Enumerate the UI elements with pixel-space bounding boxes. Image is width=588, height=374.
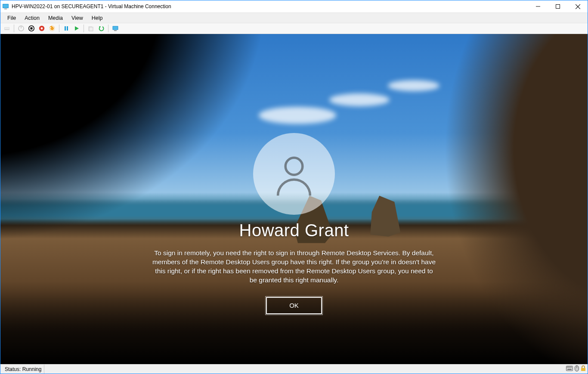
svg-rect-4 <box>556 5 560 9</box>
ctrl-alt-del-icon[interactable] <box>2 24 12 33</box>
login-username: Howard Grant <box>239 221 349 240</box>
statusbar: Status: Running <box>0 364 588 374</box>
login-panel: Howard Grant To sign in remotely, you ne… <box>152 133 436 314</box>
toolbar <box>0 23 588 34</box>
svg-rect-12 <box>31 28 33 30</box>
turn-off-icon[interactable] <box>27 24 36 33</box>
close-button[interactable] <box>568 0 588 12</box>
toolbar-separator <box>84 25 84 32</box>
status-icons <box>566 365 586 373</box>
svg-rect-35 <box>581 368 585 371</box>
reset-icon[interactable] <box>47 24 57 33</box>
svg-rect-17 <box>65 26 66 31</box>
svg-rect-8 <box>5 28 9 29</box>
window-title: HPV-WIN2022-01 on SECUREAGENT1 - Virtual… <box>12 3 171 9</box>
user-avatar <box>253 133 335 215</box>
wallpaper-cloud <box>259 107 336 124</box>
svg-rect-30 <box>569 367 570 368</box>
checkpoint-icon[interactable] <box>86 24 96 33</box>
toolbar-separator <box>108 25 108 32</box>
lock-icon <box>581 365 586 373</box>
status-text: Status: Running <box>2 365 44 374</box>
svg-marker-19 <box>75 26 79 31</box>
svg-rect-28 <box>567 367 568 368</box>
minimize-button[interactable] <box>528 0 548 12</box>
titlebar-left: HPV-WIN2022-01 on SECUREAGENT1 - Virtual… <box>2 3 171 10</box>
revert-icon[interactable] <box>96 24 106 33</box>
toolbar-separator <box>14 25 14 32</box>
svg-point-14 <box>41 28 43 30</box>
svg-rect-32 <box>567 369 572 370</box>
svg-point-26 <box>285 158 303 175</box>
svg-rect-25 <box>114 31 117 31</box>
app-icon <box>2 3 9 10</box>
maximize-button[interactable] <box>548 0 568 12</box>
menu-view[interactable]: View <box>67 14 87 22</box>
window-controls <box>528 0 588 12</box>
toolbar-separator <box>59 25 59 32</box>
svg-rect-1 <box>3 4 8 8</box>
pause-icon[interactable] <box>62 24 71 33</box>
menu-action[interactable]: Action <box>20 14 44 22</box>
app-window: HPV-WIN2022-01 on SECUREAGENT1 - Virtual… <box>0 0 588 374</box>
keyboard-icon <box>566 366 573 372</box>
svg-rect-18 <box>67 26 68 31</box>
titlebar: HPV-WIN2022-01 on SECUREAGENT1 - Virtual… <box>0 0 588 12</box>
wallpaper-cloud <box>329 93 390 106</box>
menu-media[interactable]: Media <box>44 14 67 22</box>
svg-rect-24 <box>113 27 118 30</box>
power-off-icon[interactable] <box>16 24 26 33</box>
svg-rect-31 <box>571 367 572 368</box>
login-error-message: To sign in remotely, you need the right … <box>152 249 436 285</box>
svg-rect-29 <box>568 367 569 368</box>
svg-rect-21 <box>89 27 93 31</box>
menubar: File Action Media View Help <box>0 12 588 23</box>
enhanced-session-icon[interactable] <box>111 24 120 33</box>
mouse-icon <box>575 365 579 373</box>
menu-help[interactable]: Help <box>87 14 107 22</box>
menu-file[interactable]: File <box>3 14 20 22</box>
guest-display[interactable]: Howard Grant To sign in remotely, you ne… <box>0 34 588 364</box>
svg-rect-2 <box>4 9 7 9</box>
start-icon[interactable] <box>72 24 81 33</box>
shutdown-icon[interactable] <box>37 24 46 33</box>
ok-button[interactable]: OK <box>266 297 322 314</box>
